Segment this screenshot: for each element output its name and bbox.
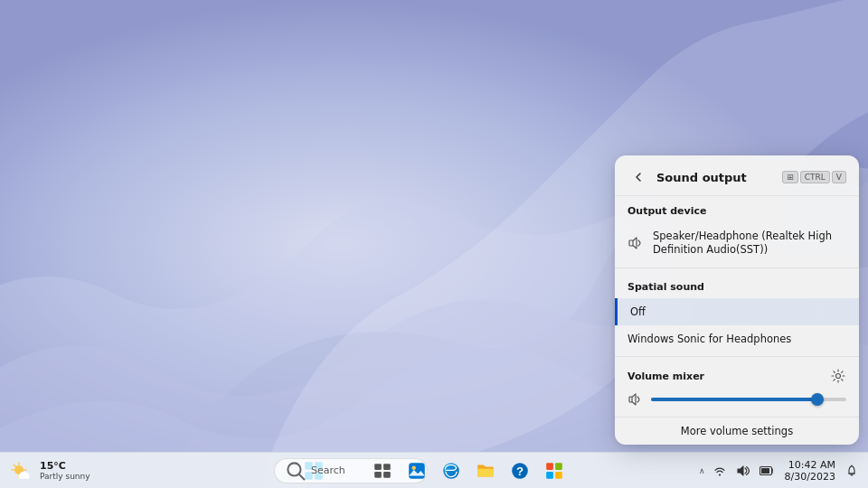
svg-rect-1: [629, 240, 633, 246]
svg-point-14: [20, 472, 27, 477]
volume-settings-gear[interactable]: [830, 368, 846, 384]
file-explorer-button[interactable]: [469, 455, 502, 487]
svg-rect-22: [383, 464, 391, 470]
svg-line-9: [14, 465, 16, 466]
shortcut-win: ⊞: [782, 171, 798, 183]
desktop: Sound output ⊞ CTRL V Output device Spea…: [0, 0, 868, 488]
svg-rect-35: [761, 468, 769, 474]
store-button[interactable]: [538, 455, 571, 487]
svg-rect-31: [555, 463, 562, 470]
volume-icon: [627, 391, 644, 408]
notification-button[interactable]: [843, 455, 861, 487]
task-view-button[interactable]: [366, 455, 399, 487]
svg-rect-3: [629, 397, 632, 402]
help-button[interactable]: ?: [504, 455, 536, 487]
taskbar: 15°C Partly sunny: [0, 452, 868, 488]
volume-mixer-title: Volume mixer: [627, 371, 704, 382]
widgets-button[interactable]: [401, 455, 433, 487]
volume-slider-thumb[interactable]: [811, 393, 824, 406]
spatial-sonic-label: Windows Sonic for Headphones: [627, 333, 791, 345]
clock-date: 8/30/2023: [785, 471, 835, 483]
clock-area[interactable]: 10:42 AM 8/30/2023: [779, 455, 841, 487]
spatial-off-label: Off: [630, 305, 646, 318]
weather-desc: Partly sunny: [40, 472, 90, 482]
shortcut-v: V: [832, 171, 846, 183]
svg-rect-24: [383, 472, 391, 478]
svg-rect-33: [555, 472, 562, 479]
volume-tray-icon[interactable]: [732, 455, 754, 487]
output-device-item[interactable]: Speaker/Headphone (Realtek High Definiti…: [615, 222, 859, 264]
svg-rect-21: [374, 464, 382, 470]
svg-point-26: [412, 465, 416, 469]
speaker-icon: [627, 235, 644, 251]
system-tray: ∧: [697, 453, 868, 488]
panel-title: Sound output: [656, 171, 775, 184]
svg-point-2: [836, 374, 841, 379]
svg-rect-25: [409, 463, 425, 479]
volume-slider[interactable]: [651, 398, 846, 401]
panel-header: Sound output ⊞ CTRL V: [615, 155, 859, 196]
weather-text: 15°C Partly sunny: [40, 460, 90, 482]
center-icons: Search: [297, 453, 571, 488]
more-volume-settings-link[interactable]: More volume settings: [615, 417, 859, 445]
back-button[interactable]: [627, 166, 649, 188]
svg-text:?: ?: [516, 464, 524, 477]
panel-shortcut: ⊞ CTRL V: [782, 171, 846, 183]
svg-rect-32: [546, 472, 553, 479]
weather-widget[interactable]: 15°C Partly sunny: [0, 453, 99, 488]
spatial-sound-label: Spatial sound: [615, 272, 859, 298]
clock-time: 10:42 AM: [788, 459, 835, 471]
volume-slider-fill: [651, 398, 817, 401]
tray-expand-button[interactable]: ∧: [697, 466, 707, 475]
weather-temp: 15°C: [40, 460, 90, 472]
divider-2: [615, 356, 859, 357]
weather-icon: [9, 458, 34, 483]
svg-line-20: [299, 474, 305, 479]
volume-section: Volume mixer: [615, 361, 859, 417]
search-button[interactable]: Search: [332, 455, 364, 487]
sound-panel: Sound output ⊞ CTRL V Output device Spea…: [615, 155, 859, 445]
search-placeholder: Search: [311, 465, 345, 476]
edge-button[interactable]: [435, 455, 467, 487]
output-device-name: Speaker/Headphone (Realtek High Definiti…: [653, 230, 846, 257]
panel-body: Output device Speaker/Headphone (Realtek…: [615, 196, 859, 417]
spatial-option-sonic[interactable]: Windows Sonic for Headphones: [615, 325, 859, 352]
volume-row: [627, 391, 846, 408]
svg-rect-23: [374, 472, 382, 478]
spatial-option-off[interactable]: Off: [615, 298, 859, 325]
battery-icon[interactable]: [756, 455, 778, 487]
svg-rect-30: [546, 463, 553, 470]
volume-header: Volume mixer: [627, 368, 846, 384]
shortcut-ctrl: CTRL: [800, 171, 830, 183]
wifi-icon[interactable]: [709, 455, 731, 487]
divider-1: [615, 267, 859, 268]
output-device-label: Output device: [615, 196, 859, 222]
